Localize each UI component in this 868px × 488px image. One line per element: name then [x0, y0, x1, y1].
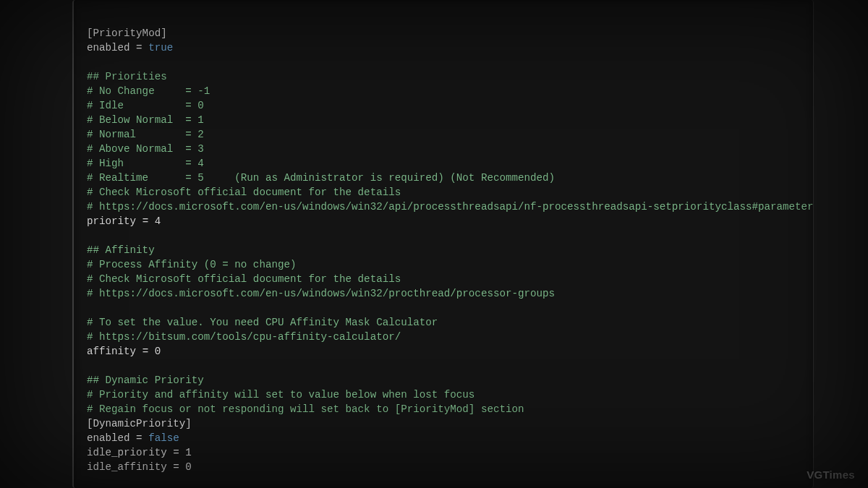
code-line[interactable]: # Process Affinity (0 = no change)	[87, 257, 800, 272]
ini-comment: # No Change = -1	[87, 85, 210, 97]
ini-comment: # Realtime = 5 (Run as Administrator is …	[87, 172, 555, 184]
code-line[interactable]: # Above Normal = 3	[87, 142, 800, 156]
ini-section: [PriorityMod]	[87, 27, 167, 39]
code-line[interactable]: ## Dynamic Priority	[87, 373, 800, 388]
ini-comment: # Above Normal = 3	[87, 143, 204, 155]
code-line[interactable]: # High = 4	[87, 156, 800, 171]
ini-key: idle_priority	[87, 447, 167, 458]
ini-comment: # https://docs.microsoft.com/en-us/windo…	[87, 201, 814, 213]
code-line[interactable]: # Priority and affinity will set to valu…	[87, 388, 800, 402]
ini-number-value: 0	[155, 346, 161, 357]
code-line[interactable]: # Realtime = 5 (Run as Administrator is …	[87, 171, 800, 185]
code-line[interactable]: # To set the value. You need CPU Affinit…	[87, 315, 800, 330]
ini-equals: =	[136, 215, 155, 227]
ini-comment: # Check Microsoft official document for …	[87, 273, 401, 285]
code-line[interactable]: enabled = false	[87, 431, 800, 445]
ini-comment: # Below Normal = 1	[87, 114, 204, 126]
ini-comment: # Process Affinity (0 = no change)	[87, 259, 296, 270]
code-line[interactable]: # Check Microsoft official document for …	[87, 185, 800, 200]
ini-equals: =	[130, 42, 149, 53]
ini-key: idle_affinity	[87, 461, 167, 473]
code-line[interactable]: idle_priority = 1	[87, 445, 800, 460]
ini-equals: =	[167, 447, 186, 458]
ini-comment: # Regain focus or not responding will se…	[87, 403, 524, 415]
ini-boolean-value: false	[148, 432, 179, 444]
ini-comment: # https://docs.microsoft.com/en-us/windo…	[87, 288, 555, 299]
code-line[interactable]: # Normal = 2	[87, 127, 800, 142]
ini-key: enabled	[87, 42, 130, 53]
code-blank-line	[87, 301, 800, 315]
ini-comment: # Normal = 2	[87, 129, 204, 140]
code-line[interactable]: idle_affinity = 0	[87, 460, 800, 474]
ini-comment: ## Priorities	[87, 71, 167, 82]
code-line[interactable]: enabled = true	[87, 40, 800, 55]
ini-comment: ## Affinity	[87, 244, 155, 256]
code-line[interactable]: [DynamicPriority]	[87, 416, 800, 431]
ini-key: enabled	[87, 432, 130, 444]
ini-comment: # Priority and affinity will set to valu…	[87, 389, 475, 401]
code-blank-line	[87, 228, 800, 243]
code-blank-line	[87, 55, 800, 69]
ini-comment: # To set the value. You need CPU Affinit…	[87, 317, 438, 328]
watermark-label: VGTimes	[807, 468, 855, 482]
ini-equals: =	[130, 432, 149, 444]
ini-section: [DynamicPriority]	[87, 418, 192, 429]
code-blank-line	[87, 359, 800, 373]
ini-equals: =	[167, 461, 186, 473]
ini-boolean-value: true	[148, 42, 173, 53]
code-line[interactable]: # No Change = -1	[87, 84, 800, 98]
ini-comment: # Idle = 0	[87, 100, 204, 111]
code-line[interactable]: # Regain focus or not responding will se…	[87, 402, 800, 416]
code-line[interactable]: ## Priorities	[87, 69, 800, 84]
code-line[interactable]: ## Affinity	[87, 243, 800, 257]
code-line[interactable]: # Check Microsoft official document for …	[87, 272, 800, 286]
ini-comment: # Check Microsoft official document for …	[87, 187, 401, 198]
code-line[interactable]: # Idle = 0	[87, 98, 800, 113]
ini-comment: # https://bitsum.com/tools/cpu-affinity-…	[87, 331, 401, 343]
code-line[interactable]: # https://docs.microsoft.com/en-us/windo…	[87, 286, 800, 301]
ini-equals: =	[136, 346, 155, 357]
ini-number-value: 0	[185, 461, 192, 473]
code-content[interactable]: [PriorityMod]enabled = true## Priorities…	[87, 26, 800, 474]
code-line[interactable]: [PriorityMod]	[87, 26, 800, 40]
code-line[interactable]: affinity = 0	[87, 344, 800, 359]
ini-number-value: 1	[185, 447, 192, 458]
ini-comment: ## Dynamic Priority	[87, 374, 204, 386]
ini-comment: # High = 4	[87, 158, 204, 169]
code-line[interactable]: priority = 4	[87, 214, 800, 228]
ini-number-value: 4	[155, 215, 161, 227]
code-editor-panel[interactable]: [PriorityMod]enabled = true## Priorities…	[72, 0, 814, 488]
ini-key: priority	[87, 215, 136, 227]
code-line[interactable]: # Below Normal = 1	[87, 113, 800, 127]
code-line[interactable]: # https://bitsum.com/tools/cpu-affinity-…	[87, 330, 800, 344]
code-line[interactable]: # https://docs.microsoft.com/en-us/windo…	[87, 200, 800, 214]
ini-key: affinity	[87, 346, 136, 357]
